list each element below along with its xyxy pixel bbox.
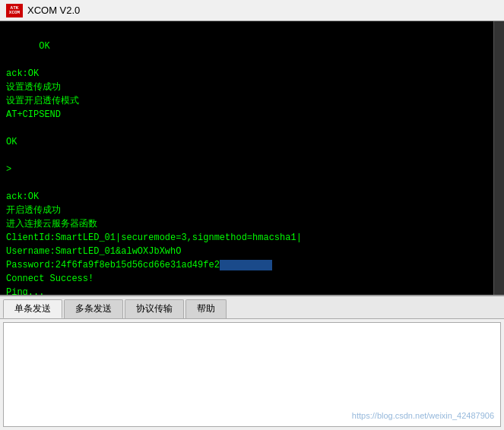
tab-single-send[interactable]: 单条发送	[3, 299, 62, 318]
app-logo: ATK XCOM	[6, 4, 23, 17]
terminal-area[interactable]: OK ack:OK 设置透传成功 设置开启透传模式 AT+CIPSEND OK …	[0, 21, 504, 295]
main-container: OK ack:OK 设置透传成功 设置开启透传模式 AT+CIPSEND OK …	[0, 21, 504, 430]
watermark: https://blog.csdn.net/weixin_42487906	[352, 411, 494, 420]
terminal-output: OK ack:OK 设置透传成功 设置开启透传模式 AT+CIPSEND OK …	[6, 26, 498, 295]
redacted-text	[220, 260, 272, 270]
app-title: XCOM V2.0	[27, 5, 80, 16]
bottom-section: 单条发送 多条发送 协议传输 帮助 https://blog.csdn.net/…	[0, 295, 504, 430]
tab-protocol[interactable]: 协议传输	[125, 299, 184, 318]
line-1: OK ack:OK 设置透传成功 设置开启透传模式 AT+CIPSEND OK …	[6, 41, 302, 295]
tab-content[interactable]: https://blog.csdn.net/weixin_42487906	[3, 322, 501, 427]
tabs-bar: 单条发送 多条发送 协议传输 帮助	[0, 296, 504, 319]
tab-multi-send[interactable]: 多条发送	[64, 299, 123, 318]
tab-help[interactable]: 帮助	[185, 299, 227, 318]
title-bar: ATK XCOM XCOM V2.0	[0, 0, 504, 21]
scrollbar[interactable]	[493, 21, 504, 295]
